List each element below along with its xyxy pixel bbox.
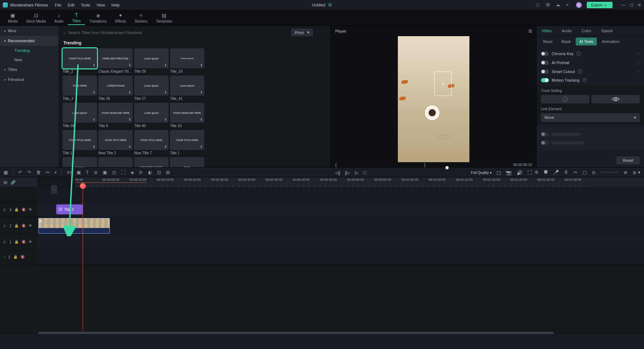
subtab-mask[interactable]: Mask [558, 38, 574, 45]
download-icon[interactable]: ⬇ [128, 91, 132, 95]
title-thumb[interactable]: Lorem ipsum⬇ [134, 103, 169, 123]
download-icon[interactable]: ⬇ [164, 145, 168, 149]
title-card[interactable]: YOUR TITLE HERE⬇Title_2 [63, 48, 97, 73]
step-fwd-button[interactable]: |▷ [345, 170, 350, 175]
zoom-out-button[interactable]: ⊖ [592, 170, 596, 175]
cutout-toggle[interactable] [541, 69, 549, 74]
download-icon[interactable]: ⬇ [92, 63, 96, 68]
title-card[interactable]: LOREM IPSUM⬇Title 28 [98, 76, 133, 101]
title-card[interactable]: Lorem Ipsum⬇Title 29 [134, 48, 169, 73]
align-icon[interactable]: ⊪ [139, 170, 143, 175]
title-thumb[interactable]: ⬇ [98, 157, 133, 167]
menu-help[interactable]: Help [112, 3, 120, 7]
shield-icon[interactable]: ⛊ [543, 170, 548, 175]
link-tracks-icon[interactable]: 🔗 [11, 180, 16, 185]
color-icon[interactable]: ◐ [148, 170, 152, 175]
download-icon[interactable]: ⬇ [164, 63, 168, 68]
help-icon[interactable]: ? [578, 69, 582, 74]
snap-icon[interactable]: ✂ [574, 170, 577, 175]
title-card[interactable]: Lorem Ipsum⬇Title 27 [134, 76, 169, 101]
tab-effects[interactable]: ✦Effects [111, 11, 130, 25]
title-thumb[interactable]: YOUR TITLE HERE⬇ [63, 130, 97, 150]
reset-prop-icon[interactable]: ◇ [637, 60, 640, 65]
tracks-icon[interactable]: ▤ [4, 180, 7, 185]
collapse-tree-button[interactable]: ‹ [51, 185, 57, 194]
track-head-v1[interactable]: ▷1🔒🔇👁 [0, 234, 38, 249]
title-thumb[interactable]: FAME AND PRESTIGE⬇ [98, 48, 133, 68]
title-card[interactable]: Lorem ipsum⬇Title 39 [63, 103, 97, 128]
tab-stickers[interactable]: ✧Stickers [130, 11, 152, 25]
undo-button[interactable]: ↶ [18, 170, 22, 175]
track-slot-1[interactable] [541, 95, 589, 103]
marker-icon[interactable]: ▢ [582, 170, 587, 175]
link-icon[interactable]: ⊘ [94, 170, 98, 175]
title-card[interactable]: Lorem ipsum⬇Title 40 [134, 103, 169, 128]
title-thumb[interactable]: Lorem ipsum⬇ [63, 103, 97, 123]
track-v2[interactable]: ▶ pexels-vlada-karpovich-9968974 [38, 217, 644, 234]
step-back-button[interactable]: ◁| [335, 170, 340, 175]
portrait-toggle[interactable] [541, 60, 549, 65]
snapshot-icon[interactable]: 📷 [506, 170, 512, 175]
download-icon[interactable]: ⬇ [92, 145, 96, 149]
reset-button[interactable]: Reset [616, 156, 640, 164]
download-icon[interactable]: ⬇ [128, 118, 132, 122]
zoom-slider[interactable] [601, 172, 619, 173]
speed-icon[interactable]: ▣ [103, 170, 107, 175]
track-v3[interactable]: T Title 2 [38, 202, 644, 217]
title-card[interactable]: Lorem ipsum⬇Title_41 [170, 76, 204, 101]
sort-dropdown[interactable]: Price▾ [291, 29, 313, 36]
grid-scroll[interactable]: YOUR TITLE HERE⬇Title_2FAME AND PRESTIGE… [59, 46, 331, 167]
user-avatar[interactable] [576, 2, 582, 8]
zoom-in-button[interactable]: ⊕ [624, 170, 628, 175]
title-card[interactable]: Summer⬇ [63, 157, 97, 167]
title-thumb[interactable]: YOUR TITLE HERE⬇ [134, 157, 169, 167]
title-thumb[interactable]: Lorem ipsum⬇ [170, 76, 204, 96]
title-card[interactable]: YOUR TITLE HERE⬇Title 1 [63, 130, 97, 155]
mark-out-icon[interactable]: } [424, 162, 426, 167]
fullscreen-icon[interactable]: ⛶ [527, 170, 532, 175]
title-card[interactable]: YOUR TITLE HERE⬇Title 1 [170, 130, 204, 155]
playhead[interactable]: ✂ [83, 187, 83, 331]
close-button[interactable]: ✕ [638, 3, 641, 8]
menu-edit[interactable]: Edit [68, 3, 74, 7]
download-icon[interactable]: ⬇ [199, 63, 204, 68]
title-thumb[interactable]: YOUR HEADLINE HERE⬇ [170, 103, 204, 123]
subtab-animation[interactable]: Animation [598, 38, 623, 45]
download-icon[interactable]: ⬇ [199, 118, 204, 122]
record-icon[interactable]: ⊡ [157, 170, 161, 175]
download-icon[interactable]: ⬇ [199, 145, 204, 149]
download-icon[interactable]: ⬇ [128, 145, 132, 149]
tab-audio[interactable]: ♪Audio [50, 11, 68, 25]
cut-button[interactable]: ✂ [46, 170, 50, 175]
track-head-v3[interactable]: ▷3🔒🔇👁 [0, 202, 38, 217]
player-viewport[interactable] [331, 36, 536, 162]
title-thumb[interactable]: Summer⬇ [63, 157, 97, 167]
title-clip[interactable]: T Title 2 [56, 204, 83, 214]
title-card[interactable]: Paris⬇ [170, 157, 204, 167]
split-button[interactable]: ▾ [55, 170, 57, 174]
title-thumb[interactable]: YOUR TITLE HERE⬇ [63, 48, 97, 68]
help-icon[interactable]: ? [576, 52, 581, 56]
work-area[interactable] [75, 182, 147, 183]
tag-icon[interactable]: 🏷 [67, 170, 72, 175]
tree-mine[interactable]: ▸Mine [0, 26, 59, 36]
minimize-button[interactable]: — [621, 3, 625, 8]
motion-track-box[interactable] [434, 72, 452, 96]
quality-dropdown[interactable]: Full Quality ▾ [471, 171, 492, 175]
search-input[interactable] [68, 30, 168, 35]
time-ruler[interactable]: 00:0000:00:05:0000:00:10:0000:00:15:0000… [75, 177, 644, 187]
download-icon[interactable]: ⬇ [92, 118, 96, 122]
tracking-toggle[interactable] [541, 78, 549, 82]
download-icon[interactable]: ⬇ [128, 63, 132, 68]
title-thumb[interactable]: Lorem Ipsum⬇ [134, 48, 169, 68]
title-thumb[interactable]: Lorem ipsum⬇ [170, 48, 204, 68]
crop-icon[interactable]: ▣ [77, 170, 81, 175]
track-head-v2[interactable]: ▷2🔒🔇👁 [0, 217, 38, 234]
tree-titles[interactable]: ▸Titles [0, 64, 59, 74]
export-button[interactable]: Export [587, 2, 613, 8]
title-thumb[interactable]: YOUR HEADLINE HERE⬇ [98, 103, 133, 123]
track-a1[interactable] [38, 249, 644, 265]
play-button[interactable]: ▷ [355, 170, 358, 175]
download-icon[interactable]: ⬇ [164, 91, 168, 95]
title-thumb[interactable]: YOUR TITLE HERE⬇ [134, 130, 169, 150]
